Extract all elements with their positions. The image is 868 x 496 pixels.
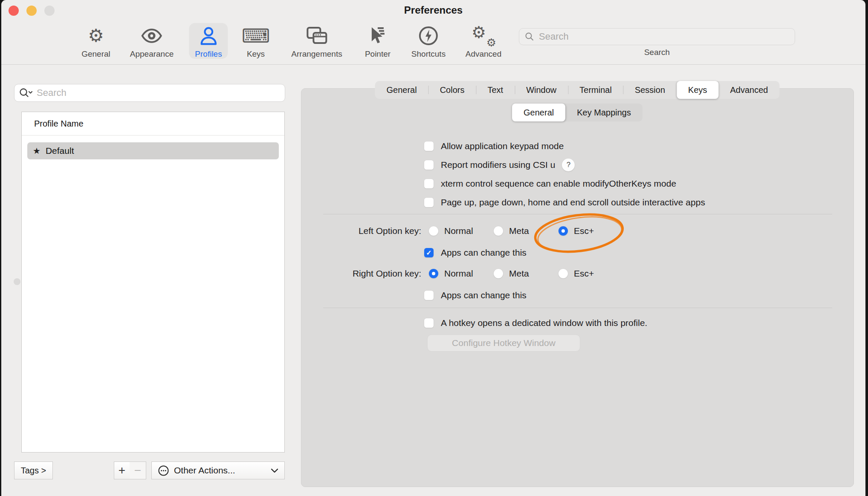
divider [323, 214, 832, 214]
checkbox-row: ✓ Apps can change this [424, 290, 527, 300]
toolbar-item-shortcuts[interactable]: Shortcuts [411, 23, 446, 59]
radio-option: Esc+ [558, 268, 594, 279]
tab-terminal[interactable]: Terminal [568, 81, 623, 99]
subtab-key-mappings[interactable]: Key Mappings [565, 104, 642, 121]
configure-hotkey-window-button[interactable]: Configure Hotkey Window [427, 335, 580, 352]
left-apps-can-change-checkbox[interactable]: ✓ [424, 248, 434, 257]
radio-option: Esc+ [558, 226, 594, 236]
toolbar-item-advanced[interactable]: ⚙⚙ Advanced [466, 23, 502, 59]
cursor-icon [365, 23, 391, 49]
window-header: Preferences ⚙ General Appearance [1, 0, 865, 65]
keys-subtab-bar: General Key Mappings [512, 104, 642, 121]
keyboard-icon: ⌨ [242, 23, 270, 49]
left-option-normal-radio[interactable] [429, 226, 438, 236]
csi-u-checkbox[interactable]: ✓ [424, 160, 434, 170]
checkbox-row: ✓ Allow application keypad mode [424, 141, 564, 151]
profile-settings-panel [301, 88, 854, 487]
tab-session[interactable]: Session [623, 81, 677, 99]
gears-icon: ⚙⚙ [466, 23, 502, 49]
radio-option: Normal [429, 268, 473, 279]
person-icon [195, 23, 222, 49]
circle-ellipsis-icon [158, 465, 169, 476]
chevron-down-icon [271, 468, 278, 473]
divider [323, 308, 832, 308]
radio-option: Meta [494, 268, 529, 279]
search-input[interactable] [539, 31, 790, 42]
profile-filter-input[interactable] [37, 87, 281, 98]
checkbox-row: ✓ A hotkey opens a dedicated window with… [424, 318, 647, 328]
modify-other-keys-checkbox[interactable]: ✓ [424, 179, 434, 188]
search-filter-icon [19, 87, 33, 98]
lightning-icon [411, 23, 446, 49]
page-scroll-checkbox[interactable]: ✓ [424, 198, 434, 207]
add-profile-button[interactable]: + [114, 461, 130, 479]
other-actions-dropdown[interactable]: Other Actions... [151, 461, 285, 479]
toolbar-item-profiles[interactable]: Profiles [189, 23, 228, 59]
tab-advanced[interactable]: Advanced [719, 81, 780, 99]
checkbox-row: ✓ Apps can change this [424, 248, 527, 258]
right-option-esc-radio[interactable] [558, 269, 568, 278]
right-option-key-label: Right Option key: [323, 268, 421, 279]
toolbar-item-arrangements[interactable]: Arrangements [291, 23, 342, 59]
checkbox-row: ✓ Page up, page down, home and end scrol… [424, 197, 705, 208]
radio-option: Meta [494, 226, 529, 236]
toolbar-item-pointer[interactable]: Pointer [365, 23, 391, 59]
tab-window[interactable]: Window [515, 81, 568, 99]
left-option-esc-radio[interactable] [558, 226, 568, 236]
left-option-key-label: Left Option key: [323, 226, 421, 236]
checkbox-row: ✓ Report modifiers using CSI u ? [424, 160, 575, 170]
right-option-normal-radio[interactable] [429, 269, 438, 278]
tags-button[interactable]: Tags > [14, 461, 53, 479]
profile-list: Profile Name ★ Default [21, 112, 285, 453]
radio-option: Normal [429, 226, 473, 236]
other-actions-label: Other Actions... [174, 465, 235, 476]
subtab-general[interactable]: General [512, 104, 565, 121]
preferences-window: Preferences ⚙ General Appearance [1, 0, 865, 496]
tab-colors[interactable]: Colors [428, 81, 476, 99]
allow-keypad-checkbox[interactable]: ✓ [424, 141, 434, 151]
profile-list-header: Profile Name [22, 112, 284, 136]
left-option-meta-radio[interactable] [494, 226, 503, 236]
toolbar-item-general[interactable]: ⚙ General [81, 23, 110, 59]
hotkey-window-checkbox[interactable]: ✓ [424, 318, 434, 328]
star-icon: ★ [33, 146, 41, 156]
profile-tab-bar: General Colors Text Window Terminal Sess… [375, 81, 780, 99]
toolbar-search-caption: Search [519, 48, 795, 57]
help-button[interactable]: ? [562, 159, 575, 171]
page-title: Preferences [1, 4, 865, 16]
windows-icon [291, 23, 342, 49]
eye-icon [130, 23, 174, 49]
tab-general[interactable]: General [375, 81, 428, 99]
profile-filter-field[interactable] [14, 84, 285, 102]
tab-keys[interactable]: Keys [677, 81, 718, 99]
remove-profile-button[interactable]: − [130, 461, 146, 479]
right-option-meta-radio[interactable] [494, 269, 503, 278]
gear-icon: ⚙ [81, 23, 110, 49]
splitter-handle-dot[interactable] [14, 278, 20, 285]
checkbox-row: ✓ xterm control sequence can enable modi… [424, 179, 676, 189]
tab-text[interactable]: Text [476, 81, 515, 99]
toolbar-item-keys[interactable]: ⌨ Keys [242, 23, 270, 59]
profile-name: Default [46, 146, 74, 156]
right-apps-can-change-checkbox[interactable]: ✓ [424, 291, 434, 300]
toolbar-item-appearance[interactable]: Appearance [130, 23, 174, 59]
toolbar-search-field[interactable] [519, 28, 795, 45]
screenshot-root: Preferences ⚙ General Appearance [0, 0, 868, 496]
search-icon [524, 32, 535, 42]
profile-row-default[interactable]: ★ Default [27, 142, 279, 159]
